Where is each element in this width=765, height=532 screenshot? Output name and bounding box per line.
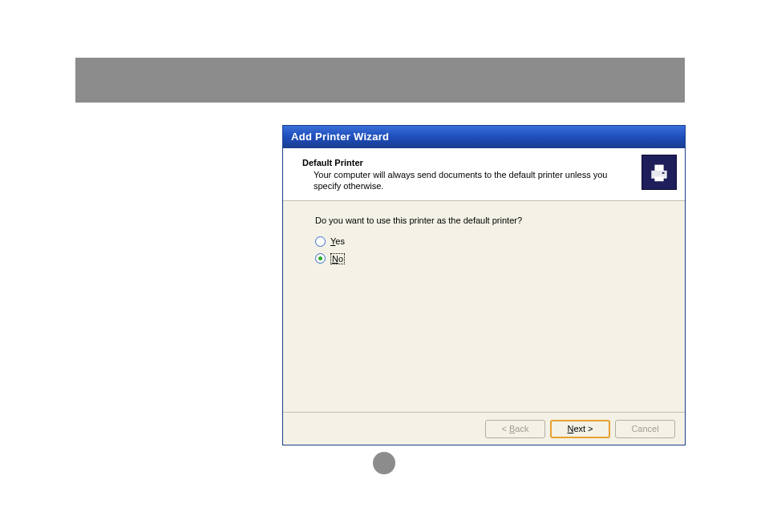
svg-rect-3 bbox=[662, 172, 665, 174]
wizard-title-bar: Add Printer Wizard bbox=[283, 126, 685, 148]
radio-no-label: No bbox=[330, 253, 345, 264]
page-indicator-dot bbox=[373, 452, 395, 474]
wizard-header-subtitle: Your computer will always send documents… bbox=[302, 169, 674, 192]
cancel-button[interactable]: Cancel bbox=[615, 420, 675, 438]
wizard-header-title: Default Printer bbox=[302, 158, 674, 167]
wizard-button-bar: < Back Next > Cancel bbox=[283, 412, 685, 445]
radio-no-indicator[interactable] bbox=[315, 253, 326, 264]
svg-rect-2 bbox=[654, 177, 663, 182]
add-printer-wizard-window: Add Printer Wizard Default Printer Your … bbox=[282, 125, 686, 445]
radio-option-yes[interactable]: Yes bbox=[315, 236, 669, 247]
wizard-title: Add Printer Wizard bbox=[291, 131, 389, 143]
back-button[interactable]: < Back bbox=[485, 420, 545, 438]
radio-yes-indicator[interactable] bbox=[315, 236, 326, 247]
wizard-header: Default Printer Your computer will alway… bbox=[283, 148, 685, 201]
default-printer-question: Do you want to use this printer as the d… bbox=[315, 216, 669, 225]
wizard-content: Do you want to use this printer as the d… bbox=[283, 201, 685, 412]
page-gray-banner bbox=[75, 58, 685, 103]
svg-rect-1 bbox=[654, 165, 663, 171]
radio-option-no[interactable]: No bbox=[315, 253, 669, 264]
printer-icon bbox=[642, 155, 677, 190]
radio-yes-label: Yes bbox=[330, 236, 345, 246]
next-button[interactable]: Next > bbox=[550, 420, 610, 438]
